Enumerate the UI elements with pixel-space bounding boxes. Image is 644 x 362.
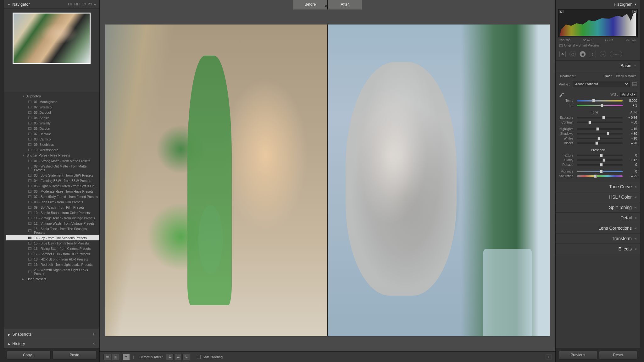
gradient-tool-icon[interactable]: ▯ (590, 51, 596, 57)
preset-item[interactable]: 08. Calmcol (6, 136, 99, 142)
clear-history-icon[interactable]: × (92, 341, 95, 346)
preset-item[interactable]: 11 - Vintage Touch - from Vintage Preset… (6, 215, 99, 221)
paste-button[interactable]: Paste (53, 351, 96, 359)
basic-header[interactable]: Basic▼ (556, 61, 640, 71)
center-viewport: Before After ↖ ▭ ◫ Y | Before & After : … (100, 0, 555, 362)
navigator-thumbnail[interactable] (13, 13, 91, 64)
navigator-zoom-options[interactable]: FITFILL1:12:1◂ (66, 3, 96, 6)
panel-detail[interactable]: Detail◀ (556, 213, 640, 223)
navigator-header[interactable]: ▼Navigator FITFILL1:12:1◂ (4, 0, 99, 9)
crop-tool-icon[interactable]: ✥ (559, 51, 566, 57)
before-after-image[interactable] (105, 25, 550, 336)
panel-transform[interactable]: Transform◀ (556, 233, 640, 244)
texture-slider[interactable]: Texture0 (559, 153, 637, 158)
exposure-slider[interactable]: Exposure+ 0.36 (559, 115, 637, 120)
image-before (105, 25, 327, 336)
preset-item[interactable]: 10 - Subtle Boost - from Color Presets (6, 210, 99, 215)
ba-mode-1[interactable]: ⇆ (166, 354, 174, 360)
preset-item[interactable]: 05. Warmly (6, 120, 99, 126)
preset-item[interactable]: 09. Bluebless (6, 142, 99, 147)
saturation-slider[interactable]: Saturation– 25 (559, 174, 637, 178)
preset-item[interactable]: 06 - Moderate Haze - from Haze Presets (6, 189, 99, 194)
copy-button[interactable]: Copy... (7, 351, 51, 359)
preset-folder[interactable]: ▼Shutter Pulse - Free Presets (6, 152, 99, 158)
blacks-slider[interactable]: Blacks– 20 (559, 141, 637, 145)
treatment-bw[interactable]: Black & White (616, 74, 636, 78)
image-after (328, 25, 550, 336)
preset-item[interactable]: 07. Darblue (6, 131, 99, 136)
snapshots-panel-header[interactable]: ▶Snapshots+ (4, 329, 99, 339)
preset-item[interactable]: 03 - Bold Statement - from B&W Presets (6, 173, 99, 178)
preset-folder[interactable]: ▶User Presets (6, 276, 99, 282)
cursor-icon: ↖ (325, 4, 329, 10)
temp-slider[interactable]: Temp5,000 (559, 98, 637, 103)
preset-item[interactable]: 01. Monhighcon (6, 99, 99, 104)
ba-mode-3[interactable]: ⇅ (182, 354, 190, 360)
ba-mode-2[interactable]: ⇄ (174, 354, 182, 360)
preset-item[interactable]: 12 - Vintage Wash - from Vintage Presets (6, 221, 99, 226)
clip-shadows-icon[interactable]: ◣ (559, 10, 564, 13)
preset-item[interactable]: 02. Warmcol (6, 104, 99, 110)
panel-hsl-color[interactable]: HSL / Color◀ (556, 192, 640, 202)
toolbar-collapse-icon[interactable]: ▾ (546, 354, 552, 359)
auto-tone-button[interactable]: Auto (630, 110, 637, 114)
preset-item[interactable]: 04 - Evening B&W - from B&W Presets (6, 178, 99, 183)
wb-dropper-icon[interactable] (559, 91, 564, 97)
highlights-slider[interactable]: Highlights– 15 (559, 127, 637, 131)
reset-button[interactable]: Reset (599, 351, 637, 359)
brush-tool-icon[interactable]: ─○─ (610, 51, 622, 57)
history-panel-header[interactable]: ▶History× (4, 339, 99, 348)
profile-browser-icon[interactable] (632, 82, 637, 86)
preset-item[interactable]: 14 - Icy - from The Seasons Presets (6, 235, 99, 240)
preset-item[interactable]: 03. Darcool (6, 110, 99, 115)
preset-item[interactable]: 08 - Rich Film - from Film Presets (6, 199, 99, 205)
preset-item[interactable]: 04. Sepicol (6, 115, 99, 120)
preset-item[interactable]: 13 - Sepia Tone - from The Seasons Prese… (6, 226, 99, 235)
spot-tool-icon[interactable]: ◌ (569, 51, 576, 57)
before-after-toggle[interactable]: Y (122, 354, 130, 360)
panel-split-toning[interactable]: Split Toning◀ (556, 202, 640, 213)
preset-item[interactable]: 20 - Warmth Right - from Light Leaks Pre… (6, 267, 99, 276)
preset-item[interactable]: 05 - Light & Desaturated - from Soft & L… (6, 183, 99, 189)
treatment-color[interactable]: Color (604, 74, 612, 78)
preset-item[interactable]: 18 - HDR Strong - from HDR Presets (6, 256, 99, 262)
panel-effects[interactable]: Effects◀ (556, 244, 640, 254)
preset-item[interactable]: 01 - Strong Matte - from Matte Presets (6, 158, 99, 163)
preset-item[interactable]: 10. Warmsphere (6, 147, 99, 152)
redeye-tool-icon[interactable]: ◉ (580, 51, 586, 57)
wb-select[interactable]: As Shot ▾ (620, 92, 637, 97)
histogram-chart[interactable]: ◣◥ (558, 9, 638, 37)
vibrance-slider[interactable]: Vibrance0 (559, 169, 637, 174)
preset-item[interactable]: 16 - Rising Star - from Cinema Presets (6, 246, 99, 251)
preset-item[interactable]: 07 - Beautifully Faded - from Faded Pres… (6, 194, 99, 199)
tint-slider[interactable]: Tint+ 1 (559, 103, 637, 108)
soft-proof-checkbox[interactable] (197, 355, 201, 359)
add-snapshot-icon[interactable]: + (92, 332, 95, 337)
preset-item[interactable]: 17 - Somber HDR - from HDR Presets (6, 251, 99, 256)
clarity-slider[interactable]: Clarity+ 12 (559, 158, 637, 162)
smart-preview-row[interactable]: Original + Smart Preview (556, 43, 640, 49)
preset-item[interactable]: 15 - Blue Day - from Intensity Presets (6, 240, 99, 246)
profile-select[interactable]: Adobe Standard (573, 81, 630, 87)
clip-highlights-icon[interactable]: ◥ (632, 10, 637, 13)
preset-item[interactable]: 09 - Soft Wash - from Film Presets (6, 205, 99, 210)
adjust-tool-strip: ✥ ◌ ◉ ▯ ○ ─○─ (556, 49, 640, 61)
panel-tone-curve[interactable]: Tone Curve◀ (556, 182, 640, 192)
radial-tool-icon[interactable]: ○ (600, 51, 606, 57)
loupe-view-button[interactable]: ▭ (103, 354, 111, 360)
preset-item[interactable]: 06. Darcon (6, 126, 99, 131)
preset-item[interactable]: 02 - Washed Out Matte - from Matte Prese… (6, 163, 99, 173)
dehaze-slider[interactable]: Dehaze0 (559, 162, 637, 167)
preset-folder[interactable]: ▼Altphotos (6, 93, 99, 99)
contrast-slider[interactable]: Contrast– 50 (559, 120, 637, 125)
histogram-header[interactable]: Histogram▼ (556, 0, 640, 8)
compare-view-button[interactable]: ◫ (112, 354, 119, 360)
panel-lens-corrections[interactable]: Lens Corrections◀ (556, 223, 640, 233)
shadows-slider[interactable]: Shadows+ 30 (559, 131, 637, 136)
right-panel: Histogram▼ ◣◥ ISO 20035 mmƒ / 4.5¹⁄₅₀₀ s… (555, 0, 640, 362)
histogram-meta: ISO 20035 mmƒ / 4.5¹⁄₅₀₀ sec (556, 37, 640, 43)
left-panel: ▼Navigator FITFILL1:12:1◂ ▼Altphotos01. … (4, 0, 100, 362)
preset-item[interactable]: 19 - Red Left - from Light Leaks Presets (6, 262, 99, 267)
whites-slider[interactable]: Whites– 10 (559, 136, 637, 141)
previous-button[interactable]: Previous (559, 351, 597, 359)
